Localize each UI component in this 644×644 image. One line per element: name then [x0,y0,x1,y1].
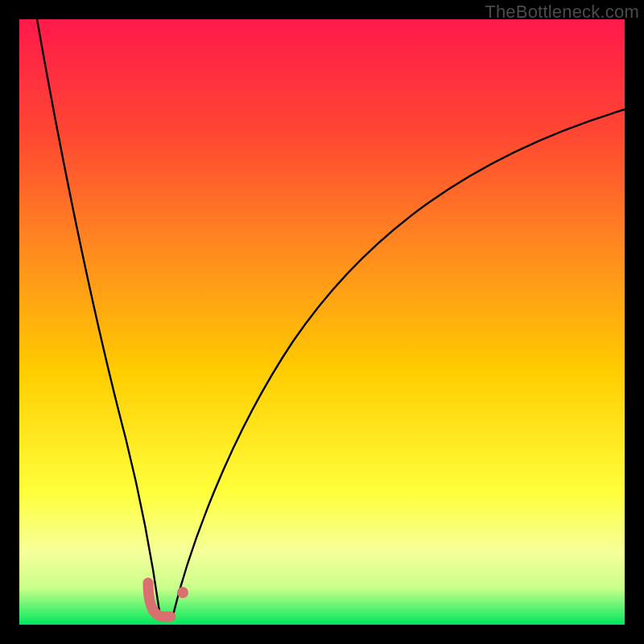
plot-svg [19,19,625,625]
watermark-text: TheBottleneck.com [485,2,639,23]
plot-area [19,19,625,625]
dot-marker [177,587,188,598]
heat-gradient-background [19,19,625,625]
chart-frame: TheBottleneck.com [0,0,644,644]
